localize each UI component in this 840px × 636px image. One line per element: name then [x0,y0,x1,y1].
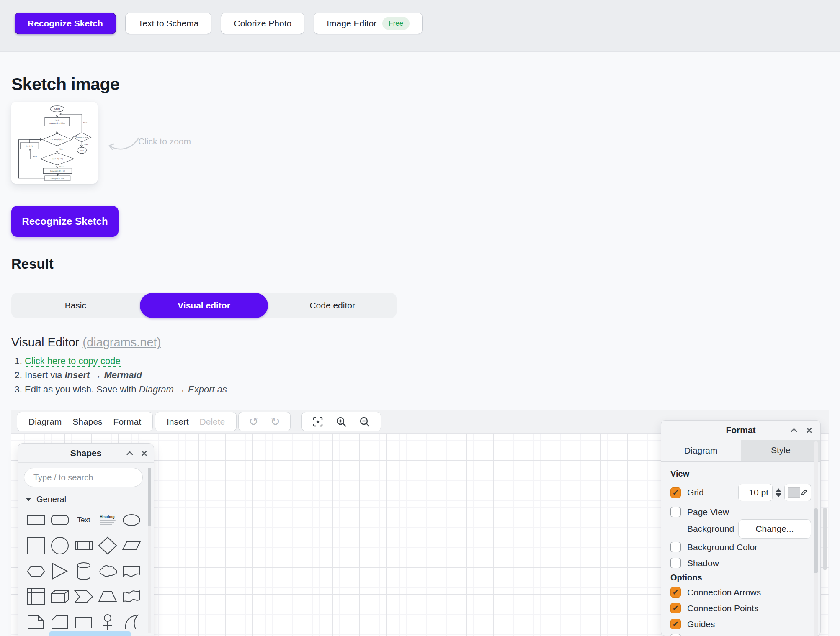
step3-diagram: Diagram [139,384,174,395]
shape-circle[interactable] [48,533,72,558]
shape-step[interactable] [72,584,95,609]
shape-heading[interactable]: Heading [96,507,120,533]
shape-ellipse[interactable] [120,507,144,533]
delete-button[interactable]: Delete [194,417,231,427]
guides-row: ✓ Guides [661,618,815,631]
shape-cube[interactable] [48,584,72,609]
format-tab-style[interactable]: Style [741,440,821,461]
sketch-thumbnail[interactable]: Start i = 0 swapped = false i < length(A… [11,102,98,184]
view-heading: View [670,469,689,479]
menu-format[interactable]: Format [108,417,147,427]
shape-trapezoid[interactable] [96,584,120,609]
shape-cylinder[interactable] [72,558,95,584]
format-tab-diagram[interactable]: Diagram [661,440,741,461]
recognize-sketch-button[interactable]: Recognize Sketch [11,206,119,237]
grid-color-swatch [788,487,800,498]
tab-code-editor[interactable]: Code editor [268,293,397,318]
close-icon[interactable] [139,449,149,458]
format-scrollbar-thumb[interactable] [814,508,818,573]
shapes-panel-highlight[interactable] [49,631,131,636]
format-panel: Format Diagram Style View ✓ Grid [661,420,821,636]
grid-size-input[interactable] [738,484,773,501]
connection-arrows-checkbox[interactable]: ✓ [670,587,681,598]
fit-page-icon[interactable] [306,416,330,428]
shape-rounded-rectangle[interactable] [48,507,72,533]
step2-arrow: → [90,370,104,380]
zoom-out-icon[interactable] [353,416,376,428]
menu-shapes[interactable]: Shapes [67,417,108,427]
nav-colorize-photo[interactable]: Colorize Photo [221,13,304,34]
guides-label: Guides [687,619,715,629]
zoom-in-icon[interactable] [330,416,353,428]
stepper-up-icon[interactable] [776,488,781,492]
shape-rectangle[interactable] [24,507,48,533]
tab-visual-editor[interactable]: Visual editor [140,293,268,318]
nav-image-editor[interactable]: Image Editor Free [314,13,423,34]
shape-square[interactable] [24,533,48,558]
tab-basic[interactable]: Basic [11,293,140,318]
collapse-icon[interactable] [125,449,134,458]
step-edit-export: Edit as you wish. Save with Diagram → Ex… [25,382,227,396]
grid-size-stepper[interactable] [774,484,783,501]
step3-arrow: → [174,384,188,395]
page-view-checkbox[interactable] [670,507,681,517]
format-panel-header: Format [661,421,820,440]
section-divider [11,326,818,326]
background-color-row: Background Color [661,541,815,554]
shape-document[interactable] [120,558,144,584]
heading-shape-title: Heading [100,515,115,519]
connection-points-checkbox[interactable]: ✓ [670,603,681,613]
section-general-label: General [36,495,66,504]
shape-internal-storage[interactable] [24,584,48,609]
svg-text:i = i+1: i = i+1 [26,145,33,147]
shape-hexagon[interactable] [24,558,48,584]
stepper-down-icon[interactable] [776,493,781,497]
grid-color-button[interactable] [784,484,811,501]
svg-text:swapped = true: swapped = true [51,177,64,180]
shapes-panel-header: Shapes [18,444,154,463]
format-panel-title: Format [726,425,755,435]
copy-code-link[interactable]: Click here to copy code [25,356,121,367]
background-color-checkbox[interactable] [670,542,681,552]
close-icon[interactable] [804,426,814,435]
cutoff-checkbox[interactable] [670,634,681,636]
background-row: Background Change... [661,519,815,539]
svg-text:Swap(A[i],A[i+1]): Swap(A[i],A[i+1]) [50,170,65,172]
shape-cloud[interactable] [96,558,120,584]
heading-line [100,520,116,521]
grid-checkbox[interactable]: ✓ [670,487,681,498]
shapes-scrollbar-thumb[interactable] [148,468,151,526]
step3-export: Export as [188,384,227,395]
shape-process[interactable] [72,533,95,558]
heading-line [100,524,112,525]
heading-line [100,522,114,523]
shape-parallelogram[interactable] [120,533,144,558]
svg-text:else: else [33,156,37,158]
menu-diagram[interactable]: Diagram [23,417,67,427]
history-group: ↺ ↻ [238,412,291,431]
shape-search-input[interactable] [33,472,145,483]
section-general[interactable]: General [26,495,66,504]
insert-button[interactable]: Insert [161,417,194,427]
background-change-button[interactable]: Change... [738,519,811,539]
svg-text:i = 0: i = 0 [55,119,59,121]
nav-text-to-schema[interactable]: Text to Schema [125,13,212,34]
shape-triangle[interactable] [48,558,72,584]
collapse-icon[interactable] [789,426,799,435]
visual-editor-heading: Visual Editor (diagrams.net) [11,336,161,349]
undo-icon[interactable]: ↺ [243,415,264,428]
nav-recognize-sketch[interactable]: Recognize Sketch [15,13,116,34]
shape-note[interactable] [24,609,48,635]
shape-text[interactable]: Text [72,507,95,533]
edit-group: Insert Delete [155,412,237,431]
diagrams-net-link[interactable]: (diagrams.net) [82,336,161,349]
format-tabs: Diagram Style [661,440,820,462]
shape-diamond[interactable] [96,533,120,558]
redo-icon[interactable]: ↻ [264,415,286,428]
page-view-label: Page View [687,507,729,517]
shadow-checkbox[interactable] [670,558,681,568]
zoom-hint-text: Click to zoom [138,136,191,146]
shape-tape[interactable] [120,584,144,609]
page-scrollbar-thumb[interactable] [823,508,827,570]
guides-checkbox[interactable]: ✓ [670,619,681,629]
